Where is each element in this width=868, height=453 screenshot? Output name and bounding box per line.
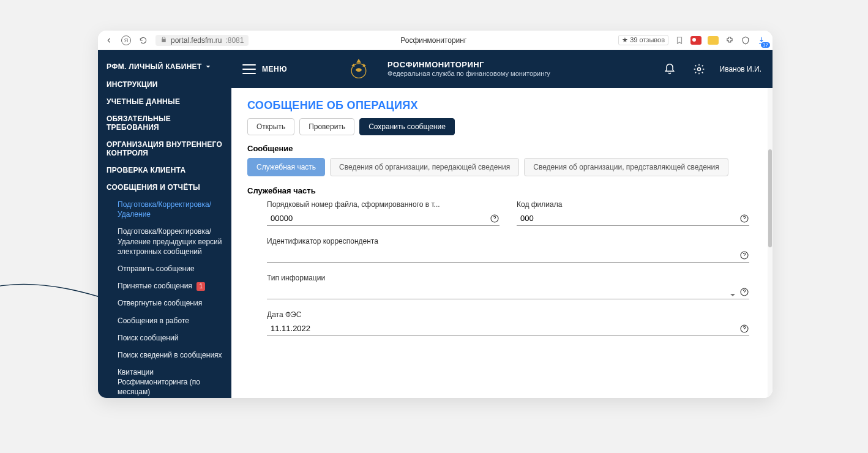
subnav-accepted-badge: 1 — [196, 282, 205, 291]
subnav-in-progress[interactable]: Сообщения в работе — [109, 312, 231, 329]
caret-down-icon — [206, 62, 211, 71]
browser-toolbar: Я portal.fedsfm.ru:8081 Росфинмониторинг… — [98, 31, 773, 50]
svg-point-1 — [697, 68, 700, 71]
bookmark-icon[interactable] — [675, 36, 684, 45]
input-file-no[interactable] — [267, 211, 499, 226]
emblem-icon — [346, 56, 372, 82]
subnav-search-info[interactable]: Поиск сведений в сообщениях — [109, 346, 231, 364]
cabinet-dropdown[interactable]: РФМ. ЛИЧНЫЙ КАБИНЕТ — [98, 54, 231, 76]
shield-icon[interactable] — [741, 36, 750, 45]
extensions-icon[interactable] — [725, 36, 735, 45]
subnav-rejected[interactable]: Отвергнутые сообщения — [109, 294, 231, 312]
help-icon[interactable] — [739, 324, 749, 334]
org-block: РОСФИНМОНИТОРИНГ Федеральная служба по ф… — [387, 60, 550, 78]
subnav-messages: Подготовка/Корректировка/ Удаление Подго… — [98, 196, 231, 398]
notifications-button[interactable] — [664, 63, 676, 75]
label-corr-id: Идентификатор корреспондента — [267, 237, 749, 245]
message-tabs: Служебная часть Сведения об организации,… — [247, 158, 757, 176]
tab-title: Росфинмониторинг — [400, 36, 466, 45]
subnav-prepare-edit-prev[interactable]: Подготовка/Корректировка/ Удаление преды… — [109, 223, 231, 260]
lock-icon — [160, 36, 167, 45]
label-info-type: Тип информации — [267, 274, 749, 282]
input-corr-id[interactable] — [267, 248, 749, 263]
select-info-type[interactable] — [267, 285, 749, 299]
hamburger-icon — [242, 64, 256, 74]
service-form: Порядковый номер файла, сформированного … — [247, 200, 757, 336]
tab-org-sending[interactable]: Сведения об организации, передающей свед… — [330, 158, 519, 176]
nav-item-account-data[interactable]: УЧЕТНЫЕ ДАННЫЕ — [98, 93, 231, 110]
label-file-no: Порядковый номер файла, сформированного … — [267, 200, 499, 209]
tab-org-presenting[interactable]: Сведения об организации, представляющей … — [524, 158, 728, 176]
label-branch: Код филиала — [517, 200, 749, 209]
back-icon[interactable] — [104, 36, 114, 45]
address-host: portal.fedsfm.ru — [171, 36, 222, 45]
reviews-badge[interactable]: ★ 39 отзывов — [618, 35, 668, 45]
settings-button[interactable] — [693, 63, 705, 75]
open-button[interactable]: Открыть — [247, 118, 294, 135]
section-service-label: Служебная часть — [247, 186, 757, 195]
nav-item-client-check[interactable]: ПРОВЕРКА КЛИЕНТА — [98, 162, 231, 179]
nav-item-instructions[interactable]: ИНСТРУКЦИИ — [98, 76, 231, 93]
save-button[interactable]: Сохранить сообщение — [359, 118, 455, 135]
field-fes-date: Дата ФЭС — [267, 310, 749, 336]
content: СООБЩЕНИЕ ОБ ОПЕРАЦИЯХ Открыть Проверить… — [231, 88, 773, 362]
input-fes-date[interactable] — [267, 321, 749, 336]
nav-item-requirements[interactable]: ОБЯЗАТЕЛЬНЫЕ ТРЕБОВАНИЯ — [98, 110, 231, 136]
help-icon[interactable] — [739, 250, 749, 260]
browser-window: Я portal.fedsfm.ru:8081 Росфинмониторинг… — [98, 31, 773, 398]
reload-icon[interactable] — [138, 36, 148, 45]
field-file-no: Порядковый номер файла, сформированного … — [267, 200, 499, 226]
address-port: :8081 — [225, 36, 244, 45]
main: МЕНЮ РОСФИНМОНИТОРИНГ Федеральная служба… — [231, 50, 773, 398]
menu-label: МЕНЮ — [262, 65, 287, 73]
nav-item-messages[interactable]: СООБЩЕНИЯ И ОТЧЁТЫ — [98, 179, 231, 196]
help-icon[interactable] — [739, 287, 749, 297]
field-branch: Код филиала — [517, 200, 749, 226]
subnav-prepare-edit[interactable]: Подготовка/Корректировка/ Удаление — [109, 196, 231, 223]
tab-service-part[interactable]: Служебная часть — [247, 158, 325, 176]
nav-item-internal-ctrl[interactable]: ОРГАНИЗАЦИЯ ВНУТРЕННЕГО КОНТРОЛЯ — [98, 136, 231, 162]
subnav-send[interactable]: Отправить сообщение — [109, 260, 231, 277]
section-message-label: Сообщение — [247, 144, 757, 153]
downloads-count: 37 — [761, 42, 770, 48]
subnav-accepted-label: Принятые сообщения — [118, 282, 192, 290]
subnav-receipts[interactable]: Квитанции Росфинмониторинга (по месяцам) — [109, 364, 231, 398]
subnav-search-msgs[interactable]: Поиск сообщений — [109, 329, 231, 346]
app: РФМ. ЛИЧНЫЙ КАБИНЕТ ИНСТРУКЦИИ УЧЕТНЫЕ Д… — [98, 50, 773, 398]
field-info-type: Тип информации — [267, 274, 749, 299]
cabinet-label: РФМ. ЛИЧНЫЙ КАБИНЕТ — [107, 62, 202, 71]
chevron-down-icon[interactable] — [730, 290, 736, 296]
downloads-icon[interactable]: 37 — [757, 36, 766, 45]
help-icon[interactable] — [739, 214, 749, 223]
user-name[interactable]: Иванов И.И. — [720, 65, 761, 73]
extension-icon-yellow[interactable] — [708, 36, 719, 45]
topbar: МЕНЮ РОСФИНМОНИТОРИНГ Федеральная служба… — [231, 50, 773, 88]
page-title: СООБЩЕНИЕ ОБ ОПЕРАЦИЯХ — [247, 99, 757, 112]
field-corr-id: Идентификатор корреспондента — [267, 237, 749, 263]
input-branch[interactable] — [517, 211, 749, 226]
scrollbar-thumb[interactable] — [768, 149, 772, 247]
help-icon[interactable] — [490, 214, 499, 223]
subnav-accepted[interactable]: Принятые сообщения 1 — [109, 277, 231, 294]
check-button[interactable]: Проверить — [299, 118, 354, 135]
label-fes-date: Дата ФЭС — [267, 310, 749, 319]
address-bar[interactable]: portal.fedsfm.ru:8081 — [155, 35, 249, 46]
yandex-icon[interactable]: Я — [121, 36, 131, 45]
scrollbar-track[interactable] — [768, 88, 773, 398]
org-title: РОСФИНМОНИТОРИНГ — [387, 60, 550, 69]
action-buttons: Открыть Проверить Сохранить сообщение — [247, 118, 757, 135]
menu-button[interactable]: МЕНЮ — [242, 64, 287, 74]
org-sub: Федеральная служба по финансовому монито… — [387, 69, 550, 78]
sidebar: РФМ. ЛИЧНЫЙ КАБИНЕТ ИНСТРУКЦИИ УЧЕТНЫЕ Д… — [98, 50, 231, 398]
extension-icon-red[interactable] — [690, 36, 702, 45]
